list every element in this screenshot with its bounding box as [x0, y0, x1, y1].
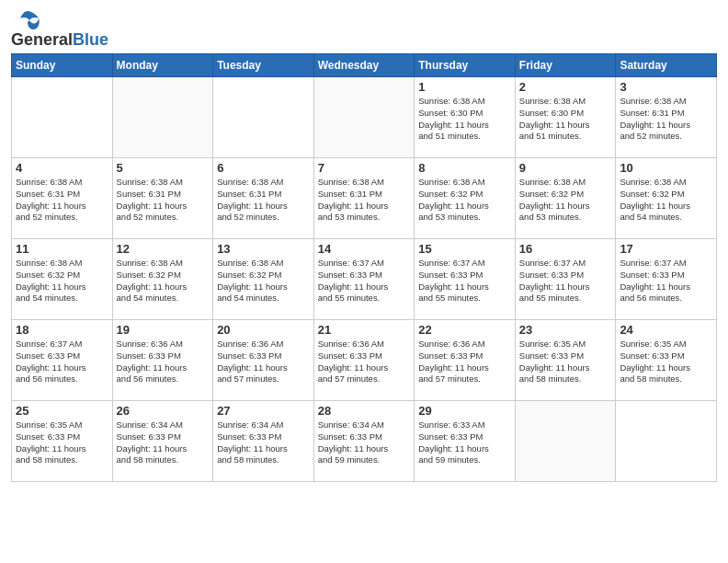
calendar-cell — [213, 77, 314, 158]
col-header-friday: Friday — [515, 54, 616, 77]
day-number: 6 — [217, 161, 310, 175]
calendar-cell: 4Sunrise: 6:38 AM Sunset: 6:31 PM Daylig… — [12, 158, 113, 239]
day-number: 10 — [620, 161, 712, 175]
week-row-4: 25Sunrise: 6:35 AM Sunset: 6:33 PM Dayli… — [12, 401, 717, 482]
calendar-cell: 11Sunrise: 6:38 AM Sunset: 6:32 PM Dayli… — [12, 239, 113, 320]
day-info: Sunrise: 6:35 AM Sunset: 6:33 PM Dayligh… — [519, 339, 612, 385]
day-info: Sunrise: 6:38 AM Sunset: 6:31 PM Dayligh… — [318, 177, 411, 224]
calendar-cell — [313, 77, 415, 158]
calendar-cell: 15Sunrise: 6:37 AM Sunset: 6:33 PM Dayli… — [415, 239, 516, 320]
calendar-cell: 6Sunrise: 6:38 AM Sunset: 6:31 PM Daylig… — [213, 158, 314, 239]
calendar-cell: 16Sunrise: 6:37 AM Sunset: 6:33 PM Dayli… — [515, 239, 616, 320]
day-info: Sunrise: 6:38 AM Sunset: 6:31 PM Dayligh… — [16, 177, 108, 224]
day-info: Sunrise: 6:38 AM Sunset: 6:31 PM Dayligh… — [117, 177, 210, 224]
calendar-cell: 27Sunrise: 6:34 AM Sunset: 6:33 PM Dayli… — [213, 401, 314, 482]
calendar-cell: 2Sunrise: 6:38 AM Sunset: 6:30 PM Daylig… — [515, 77, 616, 158]
calendar-cell — [515, 401, 616, 482]
day-number: 16 — [519, 242, 612, 256]
day-info: Sunrise: 6:38 AM Sunset: 6:30 PM Dayligh… — [418, 96, 511, 143]
day-number: 17 — [620, 242, 712, 256]
day-info: Sunrise: 6:38 AM Sunset: 6:31 PM Dayligh… — [620, 96, 712, 143]
col-header-sunday: Sunday — [12, 54, 113, 77]
calendar-cell: 26Sunrise: 6:34 AM Sunset: 6:33 PM Dayli… — [112, 401, 213, 482]
week-row-0: 1Sunrise: 6:38 AM Sunset: 6:30 PM Daylig… — [12, 77, 717, 158]
col-header-wednesday: Wednesday — [313, 54, 415, 77]
day-number: 3 — [620, 80, 712, 94]
day-info: Sunrise: 6:38 AM Sunset: 6:32 PM Dayligh… — [217, 258, 310, 304]
calendar-cell: 21Sunrise: 6:36 AM Sunset: 6:33 PM Dayli… — [313, 320, 415, 401]
calendar-cell — [12, 77, 113, 158]
day-number: 19 — [117, 323, 210, 337]
day-number: 23 — [519, 323, 612, 337]
calendar-cell: 10Sunrise: 6:38 AM Sunset: 6:32 PM Dayli… — [616, 158, 717, 239]
day-info: Sunrise: 6:37 AM Sunset: 6:33 PM Dayligh… — [418, 258, 511, 304]
calendar-cell: 9Sunrise: 6:38 AM Sunset: 6:32 PM Daylig… — [515, 158, 616, 239]
day-number: 4 — [16, 161, 108, 175]
day-number: 25 — [16, 404, 108, 418]
logo: GeneralBlue — [11, 9, 108, 48]
calendar-cell: 5Sunrise: 6:38 AM Sunset: 6:31 PM Daylig… — [112, 158, 213, 239]
day-info: Sunrise: 6:38 AM Sunset: 6:31 PM Dayligh… — [217, 177, 310, 224]
day-info: Sunrise: 6:34 AM Sunset: 6:33 PM Dayligh… — [217, 419, 310, 466]
day-number: 27 — [217, 404, 310, 418]
day-info: Sunrise: 6:35 AM Sunset: 6:33 PM Dayligh… — [16, 419, 108, 466]
calendar-cell — [616, 401, 717, 482]
day-info: Sunrise: 6:37 AM Sunset: 6:33 PM Dayligh… — [519, 258, 612, 304]
day-info: Sunrise: 6:36 AM Sunset: 6:33 PM Dayligh… — [418, 339, 511, 385]
calendar-cell: 28Sunrise: 6:34 AM Sunset: 6:33 PM Dayli… — [313, 401, 415, 482]
header: GeneralBlue — [11, 9, 717, 48]
day-info: Sunrise: 6:36 AM Sunset: 6:33 PM Dayligh… — [217, 339, 310, 385]
day-info: Sunrise: 6:38 AM Sunset: 6:32 PM Dayligh… — [519, 177, 612, 224]
day-info: Sunrise: 6:34 AM Sunset: 6:33 PM Dayligh… — [117, 419, 210, 466]
calendar-cell: 24Sunrise: 6:35 AM Sunset: 6:33 PM Dayli… — [616, 320, 717, 401]
calendar-cell: 8Sunrise: 6:38 AM Sunset: 6:32 PM Daylig… — [415, 158, 516, 239]
calendar-table: SundayMondayTuesdayWednesdayThursdayFrid… — [11, 53, 717, 482]
day-info: Sunrise: 6:36 AM Sunset: 6:33 PM Dayligh… — [318, 339, 411, 385]
calendar-cell: 13Sunrise: 6:38 AM Sunset: 6:32 PM Dayli… — [213, 239, 314, 320]
col-header-saturday: Saturday — [616, 54, 717, 77]
day-number: 26 — [117, 404, 210, 418]
calendar-cell: 14Sunrise: 6:37 AM Sunset: 6:33 PM Dayli… — [313, 239, 415, 320]
week-row-2: 11Sunrise: 6:38 AM Sunset: 6:32 PM Dayli… — [12, 239, 717, 320]
calendar-cell: 12Sunrise: 6:38 AM Sunset: 6:32 PM Dayli… — [112, 239, 213, 320]
day-number: 13 — [217, 242, 310, 256]
col-header-monday: Monday — [112, 54, 213, 77]
logo-blue-text: Blue — [73, 30, 108, 49]
calendar-cell: 19Sunrise: 6:36 AM Sunset: 6:33 PM Dayli… — [112, 320, 213, 401]
calendar-cell: 23Sunrise: 6:35 AM Sunset: 6:33 PM Dayli… — [515, 320, 616, 401]
logo-general-text: General — [11, 30, 73, 49]
day-info: Sunrise: 6:37 AM Sunset: 6:33 PM Dayligh… — [620, 258, 712, 304]
calendar-cell: 1Sunrise: 6:38 AM Sunset: 6:30 PM Daylig… — [415, 77, 516, 158]
day-info: Sunrise: 6:34 AM Sunset: 6:33 PM Dayligh… — [318, 419, 411, 466]
day-number: 14 — [318, 242, 411, 256]
calendar-cell: 17Sunrise: 6:37 AM Sunset: 6:33 PM Dayli… — [616, 239, 717, 320]
day-info: Sunrise: 6:38 AM Sunset: 6:30 PM Dayligh… — [519, 96, 612, 143]
day-number: 9 — [519, 161, 612, 175]
day-info: Sunrise: 6:36 AM Sunset: 6:33 PM Dayligh… — [117, 339, 210, 385]
calendar-cell: 3Sunrise: 6:38 AM Sunset: 6:31 PM Daylig… — [616, 77, 717, 158]
day-number: 5 — [117, 161, 210, 175]
day-number: 1 — [418, 80, 511, 94]
day-number: 12 — [117, 242, 210, 256]
day-number: 22 — [418, 323, 511, 337]
day-info: Sunrise: 6:35 AM Sunset: 6:33 PM Dayligh… — [620, 339, 712, 385]
col-header-thursday: Thursday — [415, 54, 516, 77]
calendar-cell: 7Sunrise: 6:38 AM Sunset: 6:31 PM Daylig… — [313, 158, 415, 239]
day-number: 2 — [519, 80, 612, 94]
calendar-cell: 25Sunrise: 6:35 AM Sunset: 6:33 PM Dayli… — [12, 401, 113, 482]
calendar-page: GeneralBlue SundayMondayTuesdayWednesday… — [0, 0, 728, 563]
day-info: Sunrise: 6:37 AM Sunset: 6:33 PM Dayligh… — [16, 339, 108, 385]
week-row-3: 18Sunrise: 6:37 AM Sunset: 6:33 PM Dayli… — [12, 320, 717, 401]
day-number: 24 — [620, 323, 712, 337]
day-info: Sunrise: 6:38 AM Sunset: 6:32 PM Dayligh… — [16, 258, 108, 304]
calendar-cell — [112, 77, 213, 158]
day-info: Sunrise: 6:38 AM Sunset: 6:32 PM Dayligh… — [117, 258, 210, 304]
day-number: 29 — [418, 404, 511, 418]
day-number: 28 — [318, 404, 411, 418]
calendar-cell: 22Sunrise: 6:36 AM Sunset: 6:33 PM Dayli… — [415, 320, 516, 401]
day-number: 18 — [16, 323, 108, 337]
day-number: 20 — [217, 323, 310, 337]
day-info: Sunrise: 6:38 AM Sunset: 6:32 PM Dayligh… — [418, 177, 511, 224]
day-number: 11 — [16, 242, 108, 256]
day-number: 7 — [318, 161, 411, 175]
